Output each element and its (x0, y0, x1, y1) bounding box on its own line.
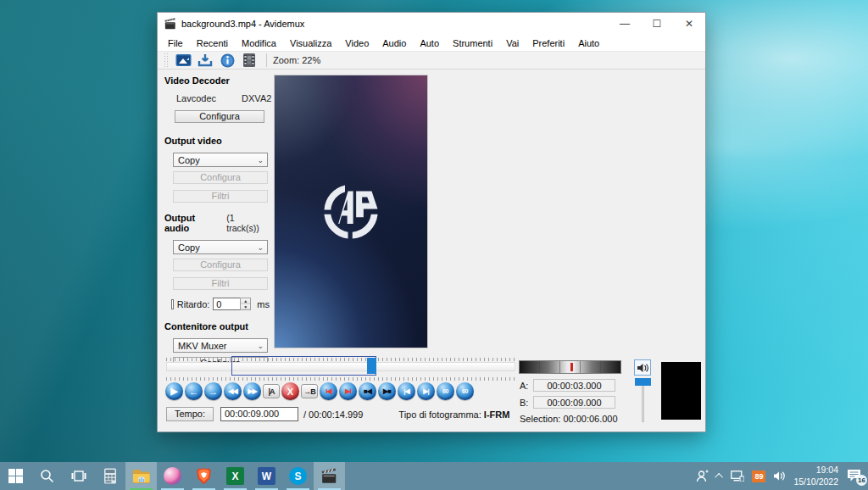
start-button[interactable] (0, 462, 31, 490)
menu-item-audio[interactable]: Audio (376, 36, 413, 50)
taskbar-skype-button[interactable]: S (282, 462, 314, 490)
rewind-button[interactable]: ◀◀ (224, 382, 242, 400)
marker-a-time: 00:00:03.000 (533, 379, 615, 392)
taskbar-avidemux-button[interactable] (314, 462, 345, 490)
tempo-button[interactable]: Tempo: (166, 407, 214, 421)
chevron-down-icon: ⌄ (257, 156, 264, 164)
taskbar-file-explorer-button[interactable] (125, 462, 157, 490)
delay-label: Ritardo: (177, 299, 210, 309)
delay-stepper[interactable]: ▲▼ (240, 298, 251, 310)
taskbar-search-button[interactable] (31, 462, 63, 490)
first-frame-button[interactable]: |◀ (398, 382, 415, 400)
open-video-icon[interactable] (173, 52, 193, 69)
system-tray: 89 19:04 15/10/2022 16 (696, 462, 865, 490)
timeline-ticks-bottom (166, 377, 515, 381)
menu-item-strumenti[interactable]: Strumenti (446, 36, 499, 50)
taskbar: X W S (0, 462, 868, 490)
notification-count-badge: 16 (856, 475, 867, 486)
video-filters-button[interactable]: Filtri (173, 190, 268, 203)
settings-panel: Video Decoder Lavcodec DXVA2 Configura O… (164, 74, 270, 370)
previous-frame-button[interactable]: ← (185, 382, 203, 400)
video-configure-button[interactable]: Configura (173, 171, 268, 184)
zoom-level-label: Zoom: 22% (273, 55, 320, 65)
minimize-button[interactable]: — (609, 13, 641, 35)
file-properties-icon[interactable] (239, 52, 259, 69)
menu-item-modifica[interactable]: Modifica (235, 36, 283, 50)
taskbar-excel-button[interactable]: X (220, 462, 251, 490)
volume-slider-handle[interactable] (635, 378, 651, 386)
selection-label: Selection: (520, 414, 560, 424)
back-60s-button[interactable]: 60 (437, 382, 454, 400)
previous-black-frame-button[interactable]: ■◀ (359, 382, 376, 400)
taskbar-clock[interactable]: 19:04 15/10/2022 (793, 465, 838, 487)
total-time-label: / 00:00:14.999 (303, 409, 363, 420)
frame-type-label: Tipo di fotogramma: (398, 409, 481, 420)
title-bar[interactable]: background3.mp4 - Avidemux — ☐ ✕ (158, 13, 705, 35)
seek-handle[interactable] (367, 358, 376, 374)
menu-item-aiuto[interactable]: Aiuto (571, 36, 606, 50)
audio-filters-button[interactable]: Filtri (173, 277, 268, 290)
taskbar-paint3d-button[interactable] (157, 462, 188, 490)
delete-selection-button[interactable]: X (281, 382, 299, 400)
menu-item-visualizza[interactable]: Visualizza (283, 36, 338, 50)
play-button[interactable]: ▶ (165, 382, 183, 400)
save-video-icon[interactable] (195, 52, 215, 69)
marker-b-label: B: (520, 398, 533, 408)
selection-duration: 00:00:06.000 (563, 414, 617, 424)
delay-checkbox[interactable] (171, 299, 174, 309)
output-video-title: Output video (164, 136, 270, 146)
next-intra-frame-button[interactable]: ▶I (339, 382, 357, 400)
excel-icon: X (226, 467, 244, 485)
menu-item-auto[interactable]: Auto (413, 36, 446, 50)
current-time-input[interactable]: 00:00:09.000 (220, 407, 298, 421)
video-decoder-title: Video Decoder (164, 75, 270, 86)
taskbar-calculator-button[interactable] (94, 462, 125, 490)
taskbar-brave-button[interactable] (188, 462, 220, 490)
brave-icon (196, 467, 212, 485)
forward-60s-button[interactable]: 60 (456, 382, 474, 400)
audio-configure-button[interactable]: Configura (173, 259, 268, 271)
toolbar-separator (266, 53, 267, 67)
delay-input[interactable]: 0 (213, 298, 240, 310)
audio-codec-select[interactable]: Copy ⌄ (173, 240, 268, 254)
previous-intra-frame-button[interactable]: I◀ (320, 382, 337, 400)
container-select[interactable]: MKV Muxer ⌄ (173, 338, 268, 353)
network-icon[interactable] (731, 471, 744, 482)
hw-decoder-label: DXVA2 (242, 93, 271, 103)
speaker-icon (637, 363, 648, 373)
next-frame-button[interactable]: → (204, 382, 222, 400)
next-black-frame-button[interactable]: ▶■ (378, 382, 396, 400)
set-marker-b-button[interactable]: →B (301, 384, 318, 398)
battery-percent-badge[interactable]: 89 (752, 471, 765, 482)
set-marker-a-button[interactable]: |A (263, 384, 280, 398)
decoder-configure-button[interactable]: Configura (175, 110, 264, 123)
info-icon[interactable] (217, 52, 237, 69)
mute-button[interactable] (634, 359, 651, 376)
video-preview (274, 75, 428, 348)
close-button[interactable]: ✕ (673, 13, 705, 35)
menu-item-preferiti[interactable]: Preferiti (526, 36, 571, 50)
volume-tray-icon[interactable] (773, 471, 786, 482)
transport-controls: ▶←→◀◀▶▶|AX→BI◀▶I■◀▶■|◀▶|6060 (165, 382, 474, 400)
taskbar-word-button[interactable]: W (251, 462, 282, 490)
people-icon[interactable] (696, 470, 709, 482)
fast-forward-button[interactable]: ▶▶ (243, 382, 261, 400)
window-title: background3.mp4 - Avidemux (181, 19, 304, 29)
hidden-icons-chevron[interactable] (717, 473, 723, 479)
menu-item-file[interactable]: File (161, 36, 190, 50)
video-codec-select[interactable]: Copy ⌄ (173, 153, 268, 167)
app-clapperboard-icon (164, 18, 176, 30)
shuttle-control[interactable] (519, 360, 621, 374)
menu-item-vai[interactable]: Vai (499, 36, 526, 50)
action-center-button[interactable]: 16 (846, 468, 865, 485)
as-monogram-logo (315, 176, 387, 248)
output-audio-title: Output audio (164, 213, 222, 233)
menu-item-recenti[interactable]: Recenti (190, 36, 235, 50)
maximize-button[interactable]: ☐ (641, 13, 673, 35)
calculator-icon (103, 468, 117, 484)
menu-item-video[interactable]: Video (338, 36, 376, 50)
last-frame-button[interactable]: ▶| (417, 382, 435, 400)
paint3d-icon (164, 467, 181, 485)
task-view-button[interactable] (63, 462, 94, 490)
toolbar-grip[interactable] (164, 53, 169, 67)
